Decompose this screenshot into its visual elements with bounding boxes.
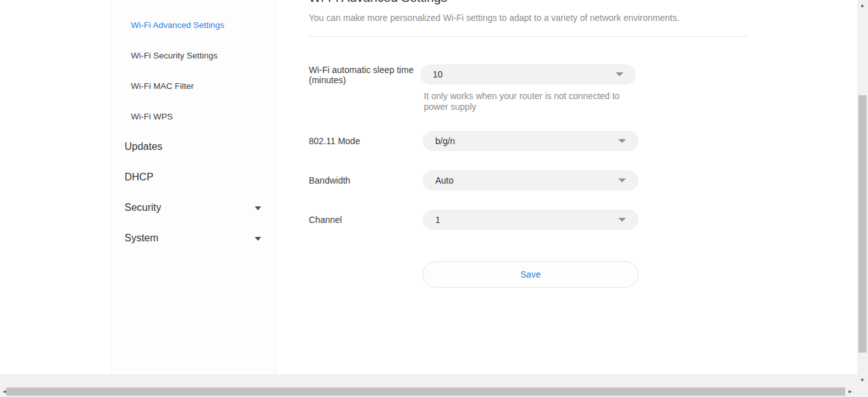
sleep-time-value: 10 bbox=[433, 69, 443, 79]
channel-label: Channel bbox=[309, 210, 423, 230]
vertical-scrollbar[interactable]: ▲ ▼ bbox=[857, 0, 868, 386]
sidebar-item-label: Wi-Fi WPS bbox=[131, 112, 173, 121]
sleep-time-help-text: It only works when your router is not co… bbox=[424, 91, 636, 112]
chevron-down-icon bbox=[618, 139, 626, 143]
sidebar-item-system[interactable]: System bbox=[112, 223, 276, 253]
sidebar-item-label: DHCP bbox=[125, 172, 153, 183]
sidebar-item-wifi-advanced-settings[interactable]: Wi-Fi Advanced Settings bbox=[112, 10, 276, 40]
mode-select[interactable]: b/g/n bbox=[423, 131, 639, 151]
chevron-down-icon bbox=[255, 206, 261, 210]
channel-select[interactable]: 1 bbox=[423, 210, 639, 230]
sleep-time-select[interactable]: 10 bbox=[420, 64, 636, 84]
form-row-sleep-time: Wi-Fi automatic sleep time (minutes) 10 bbox=[309, 64, 747, 85]
scroll-right-icon[interactable]: ► bbox=[848, 389, 853, 394]
sidebar-item-dhcp[interactable]: DHCP bbox=[112, 162, 276, 192]
sidebar-item-wifi-wps[interactable]: Wi-Fi WPS bbox=[112, 101, 276, 131]
sidebar-item-label: Updates bbox=[125, 141, 163, 152]
scroll-down-icon[interactable]: ▼ bbox=[860, 378, 865, 383]
chevron-down-icon bbox=[255, 237, 261, 241]
sidebar-item-label: System bbox=[125, 232, 158, 244]
save-button[interactable]: Save bbox=[423, 261, 639, 288]
sidebar-item-label: Security bbox=[125, 202, 161, 213]
sleep-time-label: Wi-Fi automatic sleep time (minutes) bbox=[309, 64, 420, 85]
sidebar-item-updates[interactable]: Updates bbox=[112, 131, 276, 162]
page-description: You can make more personalized Wi-Fi set… bbox=[309, 13, 679, 23]
scroll-up-icon[interactable]: ▲ bbox=[860, 3, 865, 8]
form-row-channel: Channel 1 bbox=[309, 210, 747, 230]
horizontal-scrollbar[interactable]: ◄ ► bbox=[0, 386, 857, 397]
router-settings-page: Wi-Fi Advanced Settings Wi-Fi Security S… bbox=[0, 0, 857, 374]
page-title: Wi-Fi Advanced Settings bbox=[309, 0, 447, 5]
mode-value: b/g/n bbox=[435, 136, 455, 146]
mode-label: 802.11 Mode bbox=[309, 131, 423, 151]
form-row-bandwidth: Bandwidth Auto bbox=[309, 170, 747, 191]
sidebar-item-label: Wi-Fi MAC Filter bbox=[131, 81, 194, 91]
vertical-scrollbar-thumb[interactable] bbox=[858, 95, 867, 353]
bandwidth-value: Auto bbox=[435, 175, 454, 185]
chevron-down-icon bbox=[618, 178, 626, 182]
form-row-80211-mode: 802.11 Mode b/g/n bbox=[309, 131, 747, 151]
sidebar-nav: Wi-Fi Advanced Settings Wi-Fi Security S… bbox=[111, 0, 276, 374]
sidebar-item-wifi-mac-filter[interactable]: Wi-Fi MAC Filter bbox=[112, 71, 276, 101]
channel-value: 1 bbox=[435, 215, 440, 225]
sidebar-item-wifi-security-settings[interactable]: Wi-Fi Security Settings bbox=[112, 40, 276, 71]
chevron-down-icon bbox=[616, 72, 623, 76]
sidebar-item-security[interactable]: Security bbox=[112, 192, 276, 223]
browser-viewport: Wi-Fi Advanced Settings Wi-Fi Security S… bbox=[0, 0, 857, 386]
bandwidth-label: Bandwidth bbox=[309, 170, 423, 191]
bandwidth-select[interactable]: Auto bbox=[423, 170, 639, 191]
scrollbar-corner bbox=[857, 386, 868, 397]
horizontal-scrollbar-thumb[interactable] bbox=[6, 387, 845, 396]
chevron-down-icon bbox=[618, 218, 626, 222]
divider bbox=[309, 36, 747, 37]
sidebar-item-label: Wi-Fi Advanced Settings bbox=[131, 20, 224, 30]
sidebar-item-label: Wi-Fi Security Settings bbox=[131, 51, 218, 60]
